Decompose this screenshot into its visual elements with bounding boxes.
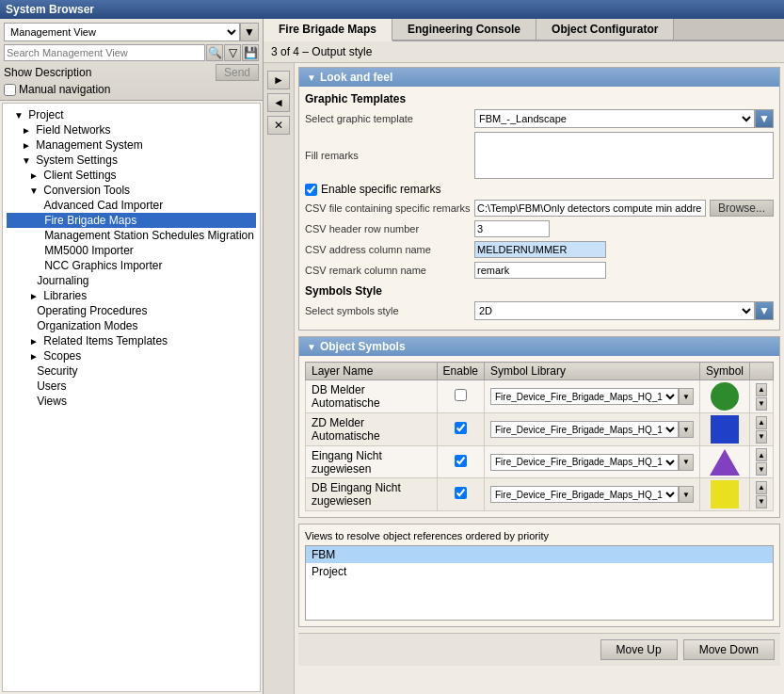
library-cell: Fire_Device_Fire_Brigade_Maps_HQ_1 ▼ <box>484 413 699 446</box>
tree-item-ncc-graphics[interactable]: NCC Graphics Importer <box>7 258 256 273</box>
move-down-button[interactable]: Move Down <box>683 639 775 660</box>
scroll-down-btn-3[interactable]: ▼ <box>756 462 767 476</box>
symbols-style-select[interactable]: 2D <box>474 301 755 320</box>
management-view-select[interactable]: Management View <box>4 23 240 41</box>
enable-checkbox-4[interactable] <box>455 487 467 499</box>
library-dropdown-btn-2[interactable]: ▼ <box>679 421 694 438</box>
scroll-up-btn-2[interactable]: ▲ <box>756 416 767 429</box>
filter-button[interactable]: ▽ <box>224 44 241 61</box>
scroll-cell-1: ▲ ▼ <box>750 380 774 413</box>
views-references-section: Views to resolve object references order… <box>298 524 780 627</box>
symbol-square-blue <box>711 415 739 444</box>
tree-arrow: ► <box>29 351 39 362</box>
library-dropdown-btn-1[interactable]: ▼ <box>679 388 694 405</box>
enable-cell <box>437 446 484 478</box>
scroll-up-btn-3[interactable]: ▲ <box>756 448 767 461</box>
tree-item-client-settings[interactable]: ► Client Settings <box>7 168 256 183</box>
bottom-buttons: Move Up Move Down <box>298 633 780 666</box>
enable-cell <box>437 380 484 413</box>
tree-item-operating-procedures[interactable]: Operating Procedures <box>7 303 256 318</box>
tree-item-journaling[interactable]: Journaling <box>7 273 256 288</box>
tree-item-org-modes[interactable]: Organization Modes <box>7 318 256 333</box>
enable-checkbox-2[interactable] <box>455 422 467 434</box>
enable-checkbox-1[interactable] <box>455 389 467 401</box>
fill-remarks-textarea[interactable] <box>474 132 774 179</box>
symbol-square-yellow <box>711 480 739 508</box>
send-button[interactable]: Send <box>216 64 259 81</box>
library-select-4[interactable]: Fire_Device_Fire_Brigade_Maps_HQ_1 <box>490 486 679 503</box>
symbols-style-dropdown-btn[interactable]: ▼ <box>755 301 774 320</box>
template-select[interactable]: FBM_-_Landscape <box>474 109 755 128</box>
select-template-label: Select graphic template <box>305 113 474 124</box>
library-cell: Fire_Device_Fire_Brigade_Maps_HQ_1 ▼ <box>484 478 699 511</box>
nav-close-btn[interactable]: ✕ <box>267 116 290 135</box>
tree-item-scopes[interactable]: ► Scopes <box>7 348 256 363</box>
select-template-row: Select graphic template FBM_-_Landscape … <box>305 109 774 128</box>
collapse-icon[interactable]: ▼ <box>307 73 316 83</box>
tab-engineering-console[interactable]: Engineering Console <box>392 19 536 40</box>
tree-item-system-settings[interactable]: ▼ System Settings <box>7 153 256 168</box>
move-up-button[interactable]: Move Up <box>600 639 678 660</box>
browse-button[interactable]: Browse... <box>710 200 774 217</box>
enable-checkbox-3[interactable] <box>455 455 467 467</box>
tree-item-fire-brigade-maps[interactable]: Fire Brigade Maps <box>7 213 256 228</box>
scroll-down-btn-2[interactable]: ▼ <box>756 430 767 444</box>
save-view-button[interactable]: 💾 <box>242 44 259 61</box>
library-cell: Fire_Device_Fire_Brigade_Maps_HQ_1 ▼ <box>484 446 699 478</box>
manual-nav-checkbox[interactable] <box>4 84 16 96</box>
scroll-cell-3: ▲ ▼ <box>750 446 774 478</box>
library-select-3[interactable]: Fire_Device_Fire_Brigade_Maps_HQ_1 <box>490 454 679 471</box>
tree-item-security[interactable]: Security <box>7 363 256 379</box>
library-dropdown-btn-3[interactable]: ▼ <box>679 454 694 471</box>
collapse-icon[interactable]: ▼ <box>307 342 316 352</box>
tree-item-field-networks[interactable]: ► Field Networks <box>7 122 256 137</box>
tree-label: Fire Brigade Maps <box>44 214 136 227</box>
tab-fire-brigade-maps[interactable]: Fire Brigade Maps <box>264 19 392 41</box>
scroll-down-btn-4[interactable]: ▼ <box>756 495 767 508</box>
filter-icon: ▽ <box>229 46 237 59</box>
csv-remark-input[interactable] <box>474 262 606 279</box>
tree-item-views[interactable]: Views <box>7 394 256 409</box>
tree-item-related-items[interactable]: ► Related Items Templates <box>7 333 256 348</box>
tree-item-management-system[interactable]: ► Management System <box>7 137 256 153</box>
csv-header-input[interactable] <box>474 220 550 237</box>
tree-arrow <box>29 396 32 407</box>
library-dropdown-btn-4[interactable]: ▼ <box>679 486 694 503</box>
views-list-item-project[interactable]: Project <box>306 563 773 580</box>
tree-item-project[interactable]: ▼ Project <box>7 107 256 122</box>
csv-file-input[interactable] <box>474 200 706 217</box>
scroll-up-btn-4[interactable]: ▲ <box>756 481 767 494</box>
csv-address-input[interactable] <box>474 241 606 258</box>
views-list-item-fbm[interactable]: FBM <box>306 546 773 563</box>
symbol-cell-2 <box>699 413 749 446</box>
tree-item-users[interactable]: Users <box>7 379 256 394</box>
tree-item-mm5000[interactable]: MM5000 Importer <box>7 243 256 258</box>
tab-object-configurator[interactable]: Object Configurator <box>536 19 674 40</box>
search-button[interactable]: 🔍 <box>206 44 223 61</box>
view-dropdown-btn[interactable]: ▼ <box>240 23 259 41</box>
tree-arrow: ► <box>29 291 39 301</box>
nav-forward-btn[interactable]: ► <box>267 71 290 89</box>
enable-remarks-checkbox[interactable] <box>305 184 317 196</box>
tree-item-libraries[interactable]: ► Libraries <box>7 288 256 303</box>
tree-item-advanced-cad[interactable]: Advanced Cad Importer <box>7 198 256 213</box>
tree-arrow: ▼ <box>29 186 39 196</box>
search-row: 🔍 ▽ 💾 <box>4 44 259 61</box>
col-symbol-library: Symbol Library <box>484 363 699 380</box>
search-input[interactable] <box>4 44 205 61</box>
tree-label: Client Settings <box>43 169 116 182</box>
tree-area: ▼ Project ► Field Networks ► Management … <box>2 103 261 692</box>
tree-item-conversion-tools[interactable]: ▼ Conversion Tools <box>7 183 256 198</box>
table-row: DB Melder Automatische Fire_Device_Fire_… <box>306 380 774 413</box>
scroll-down-btn-1[interactable]: ▼ <box>756 397 767 411</box>
template-dropdown-btn[interactable]: ▼ <box>755 109 774 128</box>
library-select-2[interactable]: Fire_Device_Fire_Brigade_Maps_HQ_1 <box>490 421 679 438</box>
scroll-up-btn-1[interactable]: ▲ <box>756 383 767 396</box>
library-select-1[interactable]: Fire_Device_Fire_Brigade_Maps_HQ_1 <box>490 388 679 405</box>
tree-item-mgmt-station[interactable]: Management Station Schedules Migration <box>7 228 256 243</box>
nav-back-btn[interactable]: ◄ <box>267 93 290 112</box>
enable-cell <box>437 413 484 446</box>
csv-remark-label: CSV remark column name <box>305 265 474 276</box>
manual-nav-checkbox-label[interactable]: Manual navigation <box>4 83 110 96</box>
content-area: ► ◄ ✕ ▼ Look and feel <box>264 63 784 694</box>
